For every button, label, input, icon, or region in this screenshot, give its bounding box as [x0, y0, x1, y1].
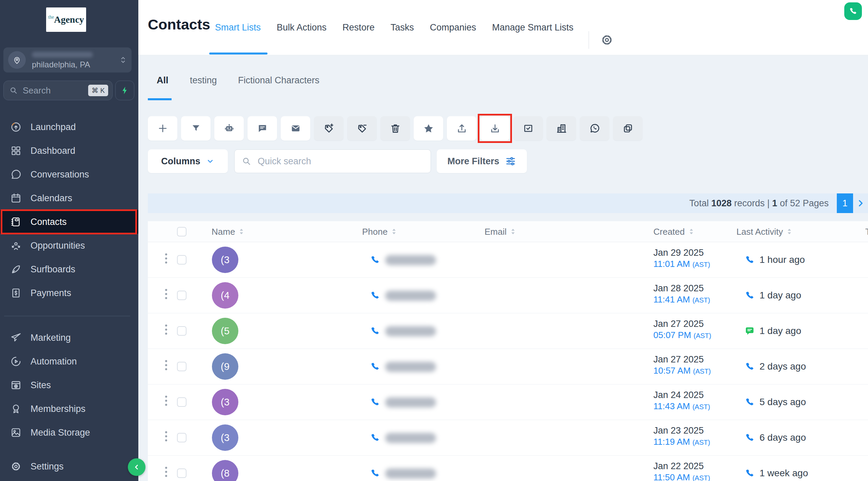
row-menu-button[interactable] — [163, 396, 170, 406]
table-row[interactable]: (5 Jan 27 2025 05:07 PM (AST) 1 day ago — [148, 313, 868, 349]
location-switcher[interactable]: philadelphia, PA — [3, 47, 132, 72]
row-menu-button[interactable] — [163, 253, 170, 264]
quick-search[interactable] — [234, 149, 431, 173]
table-row[interactable]: (3 Jan 23 2025 11:19 AM (AST) 6 days ago — [148, 420, 868, 456]
search-input[interactable] — [22, 85, 88, 96]
row-checkbox[interactable] — [177, 362, 186, 371]
location-pin-icon — [8, 51, 26, 69]
avatar[interactable]: (3 — [212, 247, 238, 273]
quick-search-input[interactable] — [257, 156, 424, 167]
sidebar-item-conversations[interactable]: Conversations — [0, 163, 138, 186]
sidebar-item-memberships[interactable]: Memberships — [0, 397, 138, 421]
sidebar-item-contacts[interactable]: Contacts — [0, 210, 138, 234]
pagination-page-1[interactable]: 1 — [837, 193, 853, 213]
column-header-phone[interactable]: Phone — [362, 221, 398, 242]
merge-contacts-button[interactable] — [613, 116, 643, 141]
more-filters-label: More Filters — [447, 156, 499, 167]
ai-robot-button[interactable] — [214, 116, 244, 141]
add-to-company-button[interactable] — [547, 116, 576, 141]
sidebar-item-sites[interactable]: Sites — [0, 373, 138, 397]
remove-tag-button[interactable] — [347, 116, 377, 141]
sidebar-item-label: Conversations — [31, 169, 89, 180]
avatar[interactable]: (8 — [212, 460, 238, 481]
table-row[interactable]: (3 Jan 29 2025 11:01 AM (AST) 1 hour ago — [148, 242, 868, 278]
smart-lists-settings-button[interactable] — [599, 32, 615, 48]
table-row[interactable]: (3 Jan 24 2025 11:43 AM (AST) 5 days ago — [148, 384, 868, 420]
tab-smart-lists[interactable]: Smart Lists — [215, 22, 261, 33]
tab-tasks[interactable]: Tasks — [391, 22, 414, 33]
trash-icon — [390, 123, 401, 134]
row-checkbox[interactable] — [177, 291, 186, 300]
sidebar-item-dashboard[interactable]: Dashboard — [0, 139, 138, 163]
row-checkbox[interactable] — [177, 255, 186, 265]
import-contacts-button[interactable] — [447, 116, 476, 141]
smartlist-tab-fictional-characters[interactable]: Fictional Characters — [238, 75, 319, 86]
dialer-button[interactable] — [844, 2, 862, 20]
row-checkbox[interactable] — [177, 397, 186, 407]
add-contact-button[interactable] — [148, 116, 177, 141]
select-all-checkbox[interactable] — [177, 227, 186, 236]
whatsapp-button[interactable] — [580, 116, 609, 141]
avatar[interactable]: (9 — [212, 353, 238, 380]
row-menu-button[interactable] — [163, 289, 170, 299]
sidebar-item-opportunities[interactable]: Opportunities — [0, 234, 138, 257]
main-area: Contacts Smart Lists Bulk Actions Restor… — [138, 0, 868, 481]
favorite-button[interactable] — [414, 116, 443, 141]
sidebar-item-media-storage[interactable]: Media Storage — [0, 421, 138, 444]
redacted-phone-number — [385, 433, 436, 443]
avatar[interactable]: (4 — [212, 282, 238, 309]
last-activity-text: 1 week ago — [760, 468, 808, 479]
created-cell: Jan 28 2025 11:41 AM (AST) — [653, 283, 710, 306]
delete-contacts-button[interactable] — [380, 116, 410, 141]
filter-button[interactable] — [181, 116, 211, 141]
header-tabs: Smart Lists Bulk Actions Restore Tasks C… — [215, 0, 573, 55]
export-contacts-button[interactable] — [480, 116, 510, 141]
sidebar-item-surfboards[interactable]: Surfboards — [0, 257, 138, 281]
quick-actions-button[interactable] — [115, 81, 134, 100]
send-sms-button[interactable] — [248, 116, 277, 141]
row-checkbox[interactable] — [177, 326, 186, 336]
sidebar-item-marketing[interactable]: Marketing — [0, 326, 138, 350]
tag-minus-icon — [356, 123, 368, 134]
page-title: Contacts — [148, 16, 210, 33]
row-menu-button[interactable] — [163, 431, 170, 441]
avatar[interactable]: (3 — [212, 389, 238, 415]
tab-bulk-actions[interactable]: Bulk Actions — [277, 22, 327, 33]
column-header-email[interactable]: Email — [485, 221, 517, 242]
sidebar-search[interactable]: ⌘ K — [3, 81, 113, 100]
column-header-name[interactable]: Name — [212, 221, 245, 242]
row-menu-button[interactable] — [163, 360, 170, 370]
email-verification-button[interactable] — [513, 116, 543, 141]
table-row[interactable]: (4 Jan 28 2025 11:41 AM (AST) 1 day ago — [148, 278, 868, 313]
table-row[interactable]: (8 Jan 22 2025 11:50 AM (AST) 1 week ago — [148, 456, 868, 481]
column-header-last-activity[interactable]: Last Activity — [736, 221, 793, 242]
sidebar-item-payments[interactable]: Payments — [0, 281, 138, 305]
avatar[interactable]: (5 — [212, 318, 238, 344]
tab-restore[interactable]: Restore — [342, 22, 375, 33]
sidebar-item-launchpad[interactable]: Launchpad — [0, 115, 138, 139]
phone-icon — [370, 468, 380, 478]
avatar[interactable]: (3 — [212, 424, 238, 451]
smartlist-tab-all[interactable]: All — [157, 75, 169, 86]
funnel-icon — [191, 123, 201, 134]
row-menu-button[interactable] — [163, 325, 170, 335]
send-email-button[interactable] — [281, 116, 310, 141]
add-tag-button[interactable] — [314, 116, 343, 141]
surfboard-icon — [10, 264, 22, 275]
chat-bubble-icon — [10, 169, 22, 180]
row-menu-button[interactable] — [163, 467, 170, 477]
tab-companies[interactable]: Companies — [430, 22, 476, 33]
sidebar-item-label: Launchpad — [31, 122, 76, 132]
columns-dropdown[interactable]: Columns — [148, 149, 228, 173]
tab-manage-smart-lists[interactable]: Manage Smart Lists — [492, 22, 573, 33]
row-checkbox[interactable] — [177, 433, 186, 442]
next-page-button[interactable] — [853, 199, 868, 208]
sidebar-item-settings[interactable]: Settings — [0, 455, 138, 478]
table-row[interactable]: (9 Jan 27 2025 10:57 AM (AST) 2 days ago — [148, 349, 868, 384]
column-header-created[interactable]: Created — [653, 221, 695, 242]
sidebar-item-calendars[interactable]: Calendars — [0, 186, 138, 210]
sidebar-item-automation[interactable]: Automation — [0, 350, 138, 373]
smartlist-tab-testing[interactable]: testing — [190, 75, 217, 86]
row-checkbox[interactable] — [177, 468, 186, 478]
more-filters-button[interactable]: More Filters — [437, 149, 527, 173]
